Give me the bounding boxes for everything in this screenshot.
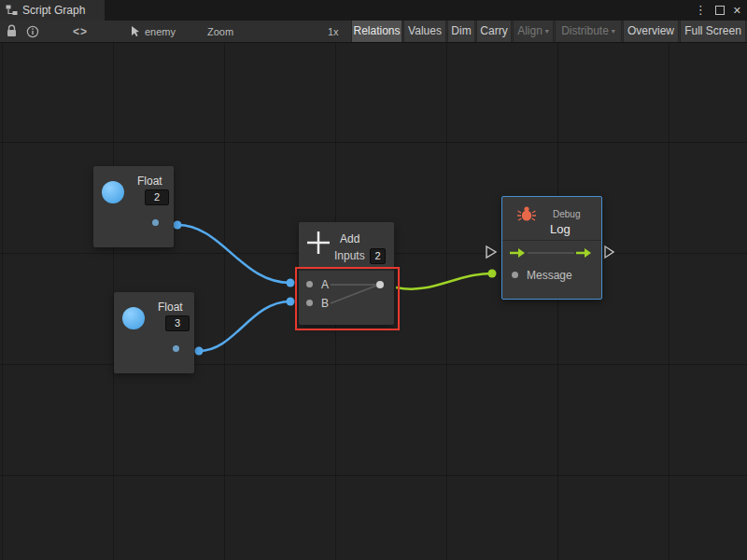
message-input-port[interactable] [512, 272, 518, 278]
float-type-icon [122, 307, 145, 329]
plus-icon [306, 231, 331, 255]
toolbar-button-relations[interactable]: Relations [351, 21, 402, 42]
flow-out-arrow-icon[interactable] [585, 248, 591, 258]
lock-icon[interactable] [6, 24, 18, 38]
tab-script-graph[interactable]: Script Graph [0, 0, 105, 21]
node-add[interactable]: Add Inputs 2 A B [299, 222, 394, 325]
zoom-label: Zoom [207, 26, 233, 37]
node-title: Log [550, 222, 571, 236]
distribute-label: Distribute [561, 24, 609, 37]
tab-title: Script Graph [22, 4, 85, 17]
flow-in-arrow-icon[interactable] [518, 248, 525, 258]
node-title: Float [137, 175, 162, 188]
graph-name-label[interactable]: enemy [145, 26, 176, 37]
info-icon[interactable] [26, 25, 39, 38]
inputs-label: Inputs [334, 249, 365, 262]
chevron-down-icon: ▾ [612, 27, 615, 35]
unity-script-graph-window: Script Graph ⋮ ✕ <> enemy Zoom 1x Relati… [0, 0, 747, 560]
output-port[interactable] [173, 345, 179, 352]
divider [502, 240, 601, 241]
node-debug-log[interactable]: Debug Log Message [501, 196, 602, 300]
maximize-icon[interactable] [715, 6, 725, 15]
graph-toolbar: <> enemy Zoom 1x Relations Values Dim Ca… [0, 21, 747, 43]
toolbar-button-values[interactable]: Values [403, 21, 446, 42]
code-view-icon[interactable]: <> [73, 25, 88, 38]
toolbar-button-distribute[interactable]: Distribute▾ [555, 21, 622, 42]
toolbar-button-overview[interactable]: Overview [623, 21, 679, 42]
inputs-count-field[interactable]: 2 [370, 248, 386, 264]
close-icon[interactable]: ✕ [733, 5, 741, 17]
zoom-value: 1x [328, 26, 339, 37]
window-controls: ⋮ ✕ [695, 0, 747, 21]
node-title: Float [158, 301, 183, 314]
cursor-icon [131, 25, 142, 37]
bug-icon [516, 205, 537, 222]
titlebar: Script Graph ⋮ ✕ [0, 0, 747, 21]
toolbar-button-fullscreen[interactable]: Full Screen [680, 21, 746, 42]
message-label: Message [527, 269, 572, 282]
toolbar-button-dim[interactable]: Dim [447, 21, 475, 42]
align-label: Align [517, 24, 543, 37]
highlight-rectangle [295, 267, 400, 330]
kebab-menu-icon[interactable]: ⋮ [695, 0, 707, 21]
float-value-field[interactable]: 2 [145, 189, 169, 205]
node-float-2[interactable]: Float 3 [114, 292, 194, 373]
node-float-1[interactable]: Float 2 [93, 166, 174, 247]
flow-row [502, 242, 601, 264]
node-title: Add [340, 232, 359, 245]
chevron-down-icon: ▾ [545, 27, 549, 35]
output-port[interactable] [152, 219, 159, 226]
toolbar-button-align[interactable]: Align▾ [513, 21, 554, 42]
script-graph-icon [6, 5, 18, 16]
toolbar-button-carry[interactable]: Carry [476, 21, 512, 42]
float-value-field[interactable]: 3 [165, 315, 190, 331]
node-category: Debug [553, 209, 580, 219]
float-type-icon [102, 181, 124, 203]
